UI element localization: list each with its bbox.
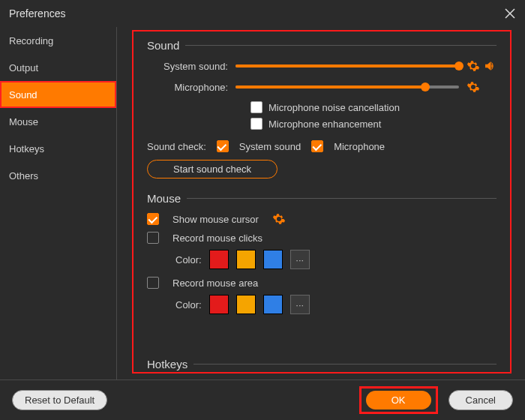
color-swatch-blue[interactable] [263, 295, 283, 314]
clicks-color-row: Color: ··· [176, 250, 496, 269]
color-swatch-more[interactable]: ··· [290, 295, 310, 314]
reset-to-default-button[interactable]: Reset to Default [12, 390, 107, 410]
section-title-label: Sound [147, 39, 179, 52]
color-swatch-red[interactable] [209, 250, 229, 269]
divider [187, 198, 496, 199]
soundcheck-mic-label: Microphone [334, 141, 385, 152]
soundcheck-system-label: System sound [239, 141, 301, 152]
sound-check-label: Sound check: [147, 141, 206, 152]
section-title-label: Mouse [147, 192, 181, 205]
mic-enhancement-label: Microphone enhancement [268, 118, 381, 130]
area-color-row: Color: ··· [176, 295, 496, 314]
body: Recording Output Sound Mouse Hotkeys Oth… [0, 27, 525, 380]
titlebar: Preferences [0, 0, 525, 27]
record-clicks-checkbox[interactable] [147, 232, 159, 244]
sidebar-item-others[interactable]: Others [0, 162, 116, 189]
system-sound-row: System sound: [147, 59, 496, 73]
sound-check-row: Sound check: System sound Microphone [147, 140, 496, 152]
close-icon[interactable] [504, 8, 516, 20]
footer: Reset to Default OK Cancel [0, 380, 525, 420]
gear-icon[interactable] [272, 212, 286, 226]
color-swatch-blue[interactable] [263, 250, 283, 269]
divider [185, 45, 496, 46]
sidebar-item-hotkeys[interactable]: Hotkeys [0, 135, 116, 162]
hotkeys-peek-label: Hotkeys [147, 358, 188, 370]
sidebar-item-sound[interactable]: Sound [0, 81, 116, 108]
noise-cancellation-label: Microphone noise cancellation [268, 102, 400, 113]
mic-enhancement-checkbox[interactable] [250, 118, 262, 130]
sidebar-item-recording[interactable]: Recording [0, 27, 116, 54]
microphone-row: Microphone: [147, 80, 496, 94]
section-title-hotkeys-peek: Hotkeys [147, 358, 496, 370]
ok-button-highlight: OK [359, 386, 438, 414]
record-area-row: Record mouse area [147, 277, 496, 289]
record-area-checkbox[interactable] [147, 277, 159, 289]
cancel-button[interactable]: Cancel [448, 390, 513, 410]
noise-cancellation-row: Microphone noise cancellation [250, 101, 496, 113]
window-title: Preferences [9, 8, 65, 20]
sidebar-item-mouse[interactable]: Mouse [0, 108, 116, 135]
color-label: Color: [176, 254, 202, 266]
sidebar-item-label: Others [9, 170, 38, 182]
record-clicks-row: Record mouse clicks [147, 232, 496, 244]
show-cursor-checkbox[interactable] [147, 213, 159, 225]
show-cursor-label: Show mouse cursor [172, 214, 259, 225]
noise-cancellation-checkbox[interactable] [250, 101, 262, 113]
system-sound-label: System sound: [147, 61, 236, 72]
sidebar-item-output[interactable]: Output [0, 54, 116, 81]
sidebar-item-label: Output [9, 62, 38, 74]
main-panel: Sound System sound: Microphone: [117, 27, 525, 380]
sidebar-item-label: Hotkeys [9, 143, 44, 154]
section-title-sound: Sound [147, 39, 496, 52]
section-title-mouse: Mouse [147, 192, 496, 205]
divider [194, 364, 496, 364]
gear-icon[interactable] [466, 59, 480, 73]
record-area-label: Record mouse area [172, 278, 258, 289]
color-swatch-orange[interactable] [236, 250, 256, 269]
gear-icon[interactable] [466, 80, 480, 94]
color-swatch-orange[interactable] [236, 295, 256, 314]
microphone-label: Microphone: [147, 82, 236, 93]
ok-button[interactable]: OK [366, 391, 431, 410]
soundcheck-mic-checkbox[interactable] [311, 140, 323, 152]
main-highlight-region: Sound System sound: Microphone: [132, 30, 512, 374]
system-sound-slider[interactable] [236, 64, 459, 68]
sidebar-item-label: Recording [9, 35, 53, 46]
color-swatch-red[interactable] [209, 295, 229, 314]
sidebar-item-label: Sound [9, 89, 38, 100]
speaker-icon[interactable] [483, 59, 496, 73]
sidebar: Recording Output Sound Mouse Hotkeys Oth… [0, 27, 117, 380]
soundcheck-system-checkbox[interactable] [217, 140, 229, 152]
microphone-slider[interactable] [236, 86, 459, 88]
start-sound-check-button[interactable]: Start sound check [147, 160, 278, 178]
record-clicks-label: Record mouse clicks [172, 232, 262, 244]
mic-enhancement-row: Microphone enhancement [250, 118, 496, 130]
show-cursor-row: Show mouse cursor [147, 212, 496, 226]
color-swatch-more[interactable]: ··· [290, 250, 310, 269]
sidebar-item-label: Mouse [9, 116, 38, 128]
color-label: Color: [176, 299, 202, 310]
